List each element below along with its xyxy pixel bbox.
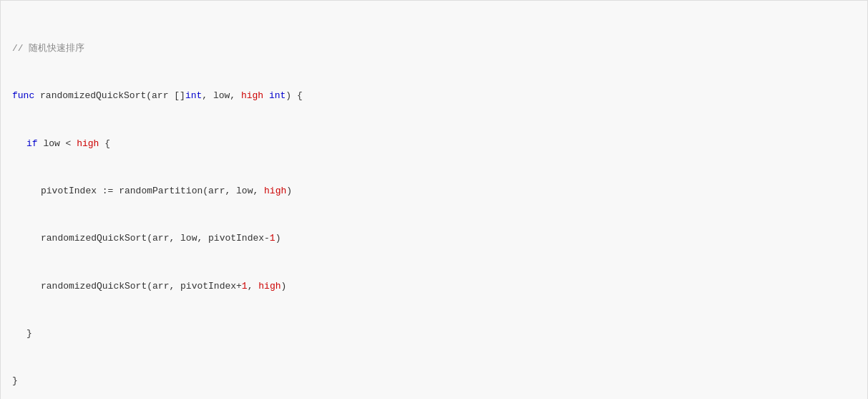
code-line-6: } [12,326,856,342]
code-line-4: randomizedQuickSort(arr, low, pivotIndex… [12,231,856,246]
code-block: // 随机快速排序 func randomizedQuickSort(arr [… [0,0,868,399]
code-line-5: randomizedQuickSort(arr, pivotIndex+1, h… [12,279,856,294]
code-line-1: func randomizedQuickSort(arr []int, low,… [12,88,856,104]
code-line-3: pivotIndex := randomPartition(arr, low, … [12,183,856,199]
code-section: // 随机快速排序 func randomizedQuickSort(arr [… [0,0,868,399]
code-line-2: if low < high { [12,136,856,152]
code-comment: // 随机快速排序 [12,41,856,57]
code-line-7: } [12,373,856,389]
